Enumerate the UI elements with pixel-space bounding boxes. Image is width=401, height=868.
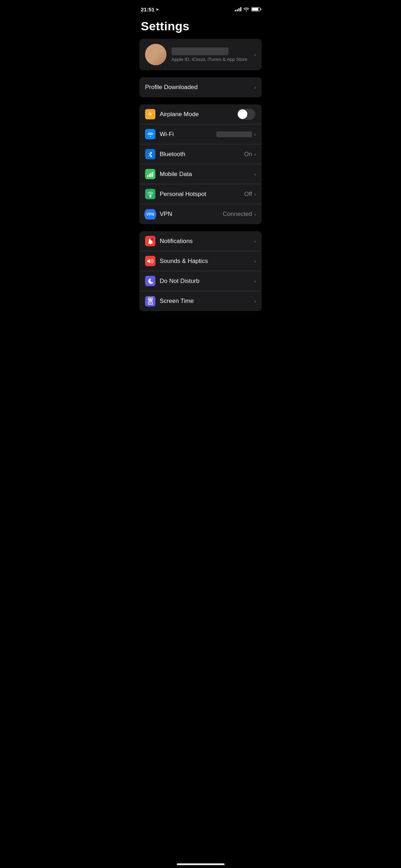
profile-section[interactable]: Apple ID, iCloud, iTunes & App Store ›	[139, 39, 262, 70]
status-icons	[235, 7, 260, 11]
personal-hotspot-icon	[145, 189, 155, 199]
wifi-network-name-blurred	[216, 131, 252, 137]
vpn-label: VPN	[160, 211, 223, 218]
mobile-data-row[interactable]: Mobile Data ›	[139, 164, 262, 184]
profile-row[interactable]: Apple ID, iCloud, iTunes & App Store ›	[139, 39, 262, 70]
airplane-mode-icon: ✈	[145, 109, 155, 119]
mobile-data-chevron-icon: ›	[254, 171, 256, 177]
sounds-haptics-row[interactable]: Sounds & Haptics ›	[139, 251, 262, 271]
vpn-badge: VPN	[144, 212, 156, 217]
personal-hotspot-chevron-icon: ›	[254, 191, 256, 197]
vpn-chevron-icon: ›	[254, 211, 256, 217]
profile-info: Apple ID, iCloud, iTunes & App Store	[171, 47, 254, 62]
mobile-data-label: Mobile Data	[160, 171, 254, 178]
svg-rect-2	[150, 173, 151, 177]
wifi-row[interactable]: Wi-Fi ›	[139, 124, 262, 144]
hotspot-svg	[147, 191, 154, 197]
wifi-status-icon	[243, 7, 249, 11]
notifications-label: Notifications	[160, 238, 254, 245]
notifications-icon	[145, 236, 155, 246]
notification-svg	[148, 238, 153, 244]
svg-rect-3	[152, 172, 153, 177]
wifi-label: Wi-Fi	[160, 131, 216, 138]
bluetooth-label: Bluetooth	[160, 151, 244, 158]
battery-icon	[251, 7, 260, 11]
do-not-disturb-row[interactable]: Do Not Disturb ›	[139, 271, 262, 291]
signal-icon	[235, 7, 241, 11]
do-not-disturb-chevron-icon: ›	[254, 278, 256, 284]
bluetooth-svg	[148, 151, 153, 157]
svg-rect-0	[147, 175, 148, 177]
profile-downloaded-row[interactable]: Profile Downloaded ›	[139, 77, 262, 97]
svg-rect-6	[150, 196, 151, 197]
airplane-mode-label: Airplane Mode	[160, 111, 237, 118]
personal-hotspot-row[interactable]: Personal Hotspot Off ›	[139, 184, 262, 204]
screen-time-icon	[145, 296, 155, 306]
wifi-icon	[145, 129, 155, 139]
profile-name-blurred	[171, 47, 228, 55]
profile-chevron-icon: ›	[254, 52, 256, 57]
connectivity-section: ✈ Airplane Mode Wi-Fi ›	[139, 104, 262, 224]
location-arrow-icon: ➤	[156, 7, 159, 11]
do-not-disturb-label: Do Not Disturb	[160, 278, 254, 285]
airplane-mode-row[interactable]: ✈ Airplane Mode	[139, 104, 262, 124]
sounds-haptics-icon	[145, 256, 155, 266]
screen-time-chevron-icon: ›	[254, 298, 256, 304]
wifi-svg	[147, 132, 154, 137]
profile-downloaded-chevron-icon: ›	[254, 84, 256, 90]
sound-svg	[147, 258, 154, 264]
mobile-data-icon	[145, 169, 155, 179]
moon-svg	[147, 278, 154, 284]
profile-subtitle: Apple ID, iCloud, iTunes & App Store	[171, 57, 254, 62]
sounds-haptics-label: Sounds & Haptics	[160, 258, 254, 265]
svg-rect-1	[149, 174, 150, 177]
vpn-row[interactable]: VPN VPN Connected ›	[139, 204, 262, 224]
bluetooth-icon	[145, 149, 155, 159]
notifications-chevron-icon: ›	[254, 238, 256, 244]
status-time: 21:51 ➤	[141, 6, 159, 12]
bluetooth-value: On	[244, 151, 252, 158]
notifications-row[interactable]: Notifications ›	[139, 231, 262, 251]
screen-time-label: Screen Time	[160, 298, 254, 305]
do-not-disturb-icon	[145, 276, 155, 286]
hourglass-svg	[148, 298, 153, 305]
bluetooth-row[interactable]: Bluetooth On ›	[139, 144, 262, 164]
personal-hotspot-label: Personal Hotspot	[160, 191, 244, 198]
airplane-mode-toggle[interactable]	[237, 109, 255, 120]
sounds-haptics-chevron-icon: ›	[254, 258, 256, 264]
bluetooth-chevron-icon: ›	[254, 151, 256, 157]
avatar	[145, 44, 166, 65]
signal-svg	[147, 171, 154, 177]
personal-hotspot-value: Off	[244, 191, 252, 198]
vpn-value: Connected	[223, 211, 252, 218]
status-bar: 21:51 ➤	[134, 0, 267, 16]
system-section: Notifications › Sounds & Haptics › Do No…	[139, 231, 262, 311]
wifi-chevron-icon: ›	[254, 131, 256, 137]
profile-downloaded-section[interactable]: Profile Downloaded ›	[139, 77, 262, 97]
profile-downloaded-label: Profile Downloaded	[145, 84, 254, 91]
clock: 21:51	[141, 6, 154, 12]
svg-point-7	[151, 238, 153, 240]
screen-time-row[interactable]: Screen Time ›	[139, 291, 262, 311]
vpn-icon: VPN	[145, 209, 155, 219]
page-title: Settings	[134, 16, 267, 39]
